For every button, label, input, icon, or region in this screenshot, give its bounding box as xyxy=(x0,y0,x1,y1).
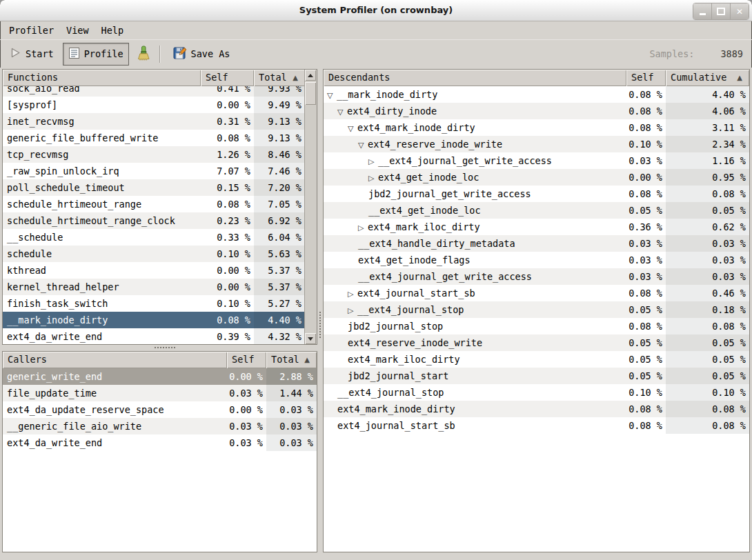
self-value: 0.03 % xyxy=(626,252,666,268)
tree-row[interactable]: __ext4_handle_dirty_metadata0.03 %0.03 % xyxy=(324,235,749,252)
tree-row[interactable]: ext4_get_inode_flags0.03 %0.03 % xyxy=(324,252,749,268)
table-row[interactable]: ext4_da_update_reserve_space0.00 %0.03 % xyxy=(3,401,317,418)
reset-button[interactable] xyxy=(134,43,153,66)
self-column-header[interactable]: Self xyxy=(227,352,266,368)
scroll-down-button[interactable] xyxy=(305,333,316,344)
tree-row[interactable]: ▷__ext4_journal_stop0.05 %0.18 % xyxy=(324,301,749,318)
expander-open-icon[interactable]: ▽ xyxy=(337,104,347,119)
expander-closed-icon[interactable]: ▷ xyxy=(348,303,357,318)
cumulative-value: 0.03 % xyxy=(666,268,749,285)
self-column-header[interactable]: Self xyxy=(201,70,254,86)
table-row[interactable]: file_update_time0.03 %1.44 % xyxy=(3,385,317,401)
expander-open-icon[interactable]: ▽ xyxy=(358,137,368,152)
table-row[interactable]: generic_write_end0.00 %2.88 % xyxy=(3,368,317,385)
tree-row[interactable]: __ext4_get_inode_loc0.05 %0.05 % xyxy=(324,202,749,219)
cumulative-value: 0.03 % xyxy=(666,235,749,252)
total-column-header[interactable]: ▲Total xyxy=(254,70,305,86)
tree-row[interactable]: __ext4_journal_get_write_access0.03 %0.0… xyxy=(324,268,749,285)
table-row[interactable]: poll_schedule_timeout0.15 %7.20 % xyxy=(3,179,305,196)
tree-row[interactable]: ▽ext4_mark_inode_dirty0.08 %3.11 % xyxy=(324,119,749,136)
callers-header-row: Callers Self ▲Total xyxy=(3,352,317,368)
menu-view[interactable]: View xyxy=(60,23,95,37)
cumulative-value: 3.11 % xyxy=(666,119,749,136)
toolbar-separator xyxy=(159,46,161,63)
table-row[interactable]: kernel_thread_helper0.00 %5.37 % xyxy=(3,279,305,295)
scroll-up-button[interactable] xyxy=(305,70,316,81)
tree-row[interactable]: ext4_mark_inode_dirty0.08 %0.08 % xyxy=(324,401,749,417)
table-row[interactable]: __generic_file_aio_write0.03 %0.03 % xyxy=(3,418,317,434)
self-value: 0.08 % xyxy=(626,86,666,103)
cumulative-column-header[interactable]: ▲Cumulative xyxy=(666,70,749,86)
cumulative-value: 0.08 % xyxy=(666,318,749,334)
table-row[interactable]: __schedule0.33 %6.04 % xyxy=(3,229,305,246)
tree-row[interactable]: jbd2_journal_get_write_access0.08 %0.08 … xyxy=(324,186,749,202)
tree-row[interactable]: ▷ext4_journal_start_sb0.08 %0.46 % xyxy=(324,285,749,301)
tree-row[interactable]: ▷ext4_mark_iloc_dirty0.36 %0.62 % xyxy=(324,219,749,235)
maximize-button[interactable] xyxy=(711,3,730,19)
table-row[interactable]: _raw_spin_unlock_irq7.07 %7.46 % xyxy=(3,163,305,179)
self-column-header[interactable]: Self xyxy=(626,70,666,86)
expander-closed-icon[interactable]: ▷ xyxy=(348,286,357,301)
callers-column-header[interactable]: Callers xyxy=(3,352,227,368)
tree-row[interactable]: ▷ext4_get_inode_loc0.00 %0.95 % xyxy=(324,169,749,186)
expander-open-icon[interactable]: ▽ xyxy=(348,121,357,136)
table-row[interactable]: schedule_hrtimeout_range0.08 %7.05 % xyxy=(3,196,305,212)
menu-profiler[interactable]: Profiler xyxy=(3,23,60,37)
menu-help[interactable]: Help xyxy=(95,23,130,37)
tree-row[interactable]: ▷__ext4_journal_get_write_access0.03 %1.… xyxy=(324,152,749,169)
table-row[interactable]: schedule_hrtimeout_range_clock0.23 %6.92… xyxy=(3,212,305,229)
self-value: 0.03 % xyxy=(626,152,666,169)
tree-row[interactable]: __ext4_journal_stop0.10 %0.10 % xyxy=(324,384,749,401)
close-icon: ✕ xyxy=(736,8,743,16)
table-row[interactable]: [sysprof]0.00 %9.49 % xyxy=(3,97,305,113)
tree-row[interactable]: ▽__mark_inode_dirty0.08 %4.40 % xyxy=(324,86,749,103)
table-row[interactable]: ext4_da_write_end0.03 %0.03 % xyxy=(3,434,317,451)
table-row[interactable]: sock_aio_read0.41 %9.93 % xyxy=(3,86,305,97)
function-name: ext4_mark_iloc_dirty xyxy=(324,351,626,368)
table-row[interactable]: tcp_recvmsg1.26 %8.46 % xyxy=(3,146,305,163)
total-value: 5.37 % xyxy=(254,262,305,279)
functions-vertical-scrollbar[interactable] xyxy=(304,70,317,344)
table-row[interactable]: __mark_inode_dirty0.08 %4.40 % xyxy=(3,312,305,328)
function-name: _raw_spin_unlock_irq xyxy=(3,163,201,179)
descendants-column-header[interactable]: Descendants xyxy=(324,70,626,86)
tree-row[interactable]: ▽ext4_reserve_inode_write0.10 %2.34 % xyxy=(324,136,749,152)
tree-row[interactable]: ext4_reserve_inode_write0.05 %0.05 % xyxy=(324,334,749,351)
table-row[interactable]: inet_recvmsg0.31 %9.13 % xyxy=(3,113,305,130)
minimize-button[interactable] xyxy=(693,3,711,19)
expander-closed-icon[interactable]: ▷ xyxy=(358,220,368,235)
tree-row[interactable]: ▽ext4_dirty_inode0.08 %4.06 % xyxy=(324,103,749,119)
tree-row[interactable]: ext4_mark_iloc_dirty0.05 %0.05 % xyxy=(324,351,749,368)
tree-row[interactable]: ext4_journal_start_sb0.08 %0.08 % xyxy=(324,417,749,434)
save-as-button[interactable]: Save As xyxy=(168,43,235,65)
total-value: 5.37 % xyxy=(254,279,305,295)
table-row[interactable]: ext4_da_write_end0.39 %4.32 % xyxy=(3,328,305,344)
total-value: 7.46 % xyxy=(254,163,305,179)
table-row[interactable]: finish_task_switch0.10 %5.27 % xyxy=(3,295,305,312)
table-row[interactable]: schedule0.10 %5.63 % xyxy=(3,246,305,262)
tree-row[interactable]: jbd2_journal_stop0.08 %0.08 % xyxy=(324,318,749,334)
function-name: ▷__ext4_journal_get_write_access xyxy=(324,152,626,169)
start-button[interactable]: Start xyxy=(5,43,59,64)
tree-row[interactable]: jbd2_journal_start0.05 %0.05 % xyxy=(324,368,749,384)
scrollbar-thumb[interactable] xyxy=(305,82,316,105)
expander-open-icon[interactable]: ▽ xyxy=(327,88,337,103)
total-column-header[interactable]: ▲Total xyxy=(266,352,317,368)
cumulative-value: 0.62 % xyxy=(666,219,749,235)
splitter-grip-icon xyxy=(319,312,321,338)
functions-column-header[interactable]: Functions xyxy=(3,70,201,86)
table-row[interactable]: generic_file_buffered_write0.08 %9.13 % xyxy=(3,130,305,146)
cumulative-value: 0.46 % xyxy=(666,285,749,301)
horizontal-splitter[interactable] xyxy=(2,345,317,351)
expander-closed-icon[interactable]: ▷ xyxy=(368,170,378,186)
profile-button-label: Profile xyxy=(84,48,123,59)
self-value: 0.08 % xyxy=(626,103,666,119)
self-value: 7.07 % xyxy=(201,163,254,179)
total-value: 4.32 % xyxy=(254,328,305,344)
vertical-splitter[interactable] xyxy=(317,69,323,552)
profile-toggle-button[interactable]: Profile xyxy=(63,43,129,66)
self-value: 0.00 % xyxy=(626,169,666,186)
expander-closed-icon[interactable]: ▷ xyxy=(368,154,378,169)
close-button[interactable]: ✕ xyxy=(730,3,749,19)
table-row[interactable]: kthread0.00 %5.37 % xyxy=(3,262,305,279)
